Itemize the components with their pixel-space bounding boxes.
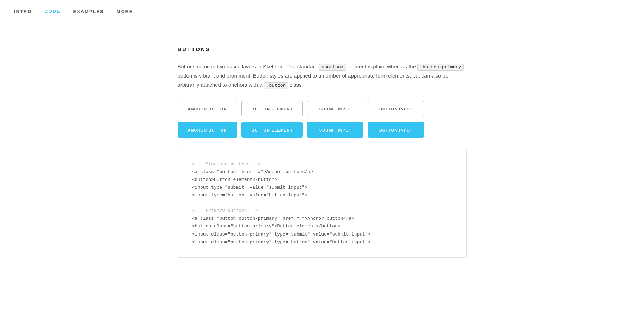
section-title: BUTTONS bbox=[178, 45, 467, 54]
code-line-submit-primary: <input class="button-primary" type="subm… bbox=[192, 232, 371, 237]
code-line-button: <button>Button element</button> bbox=[192, 177, 277, 182]
code-pre: <!-- Standard buttons --> <a class="butt… bbox=[192, 160, 452, 246]
code-line-button-primary: <button class="button-primary">Button el… bbox=[192, 224, 341, 229]
button-input-standard[interactable]: BUTTON INPUT bbox=[368, 101, 424, 116]
submit-input-standard[interactable]: SUBMIT INPUT bbox=[307, 101, 363, 116]
button-input-primary[interactable]: BUTTON INPUT bbox=[368, 122, 424, 138]
submit-input-primary[interactable]: SUBMIT INPUT bbox=[307, 122, 363, 138]
nav-more[interactable]: MORE bbox=[117, 7, 133, 17]
comment-primary: <!-- Primary buttons --> bbox=[192, 208, 258, 213]
primary-button-row: ANCHOR BUTTON BUTTON ELEMENT SUBMIT INPU… bbox=[178, 122, 467, 138]
code-block: <!-- Standard buttons --> <a class="butt… bbox=[178, 149, 467, 258]
code-line-submit: <input type="submit" value="submit input… bbox=[192, 185, 308, 190]
code-button-tag: <button> bbox=[319, 64, 346, 71]
code-line-anchor-primary: <a class="button button-primary" href="#… bbox=[192, 216, 354, 221]
code-line-input-primary: <input class="button-primary" type="butt… bbox=[192, 239, 371, 245]
anchor-button-primary[interactable]: ANCHOR BUTTON bbox=[178, 122, 237, 138]
nav-intro[interactable]: INTRO bbox=[14, 7, 32, 17]
anchor-button-standard[interactable]: ANCHOR BUTTON bbox=[178, 101, 237, 116]
nav-code[interactable]: CODE bbox=[44, 6, 60, 17]
code-button-class: .button bbox=[264, 82, 288, 89]
button-element-primary[interactable]: BUTTON ELEMENT bbox=[241, 122, 303, 138]
standard-button-row: ANCHOR BUTTON BUTTON ELEMENT SUBMIT INPU… bbox=[178, 101, 467, 116]
top-navigation: INTRO CODE EXAMPLES MORE bbox=[0, 0, 644, 24]
nav-examples[interactable]: EXAMPLES bbox=[73, 7, 104, 17]
main-content: BUTTONS Buttons come in two basic flavor… bbox=[164, 24, 481, 279]
code-button-primary-class: .button-primary bbox=[417, 64, 464, 71]
section-description: Buttons come in two basic flavors in Ske… bbox=[178, 62, 467, 90]
button-element-standard[interactable]: BUTTON ELEMENT bbox=[241, 101, 303, 116]
code-line-input: <input type="button" value="button input… bbox=[192, 193, 308, 198]
comment-standard: <!-- Standard buttons --> bbox=[192, 162, 261, 167]
code-line-anchor: <a class="button" href="#">Anchor button… bbox=[192, 169, 313, 175]
